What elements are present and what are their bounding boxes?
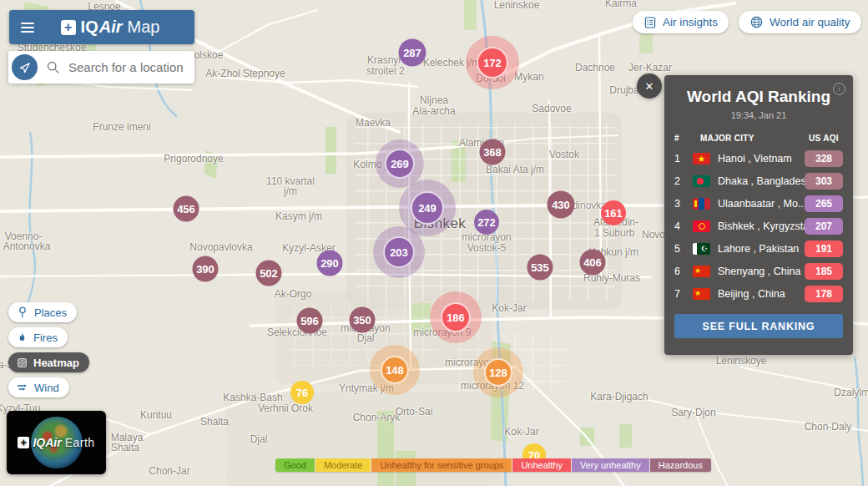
iqair-plus-icon: + — [18, 437, 29, 448]
ranking-rows: 1Hanoi , Vietnam3282Dhaka , Bangladesh30… — [674, 147, 843, 305]
aqi-marker-76[interactable]: 76 — [290, 381, 314, 404]
aqi-badge: 207 — [805, 218, 843, 235]
ranking-row-2[interactable]: 2Dhaka , Bangladesh303 — [674, 170, 843, 192]
rank-number: 3 — [674, 198, 693, 210]
aqi-marker-249[interactable]: 249 — [411, 191, 444, 225]
legend-unhealthy: Unhealthy — [512, 458, 571, 472]
top-buttons: Air insights World air quality Share — [633, 11, 868, 33]
aqi-legend: GoodModerateUnhealthy for sensitive grou… — [275, 458, 711, 472]
rank-number: 7 — [674, 288, 693, 300]
ranking-column-headers: # MAJOR CITY US AQI — [674, 134, 843, 143]
flag-kg-icon — [693, 220, 710, 232]
col-aqi: US AQI — [805, 134, 843, 143]
aqi-badge: 265 — [805, 195, 843, 212]
rank-number: 2 — [674, 175, 693, 187]
legend-good: Good — [275, 458, 315, 472]
city-name: Lahore , Pakistan — [718, 243, 805, 255]
world-air-quality-button[interactable]: World air quality — [739, 11, 861, 33]
legend-hazardous: Hazardous — [650, 458, 711, 472]
flag-cn-icon — [693, 288, 710, 300]
fires-label: Fires — [33, 332, 58, 344]
aqi-marker-161[interactable]: 161 — [601, 200, 626, 225]
search-icon — [46, 60, 60, 74]
wind-label: Wind — [34, 382, 59, 394]
see-full-ranking-button[interactable]: SEE FULL RANKING — [674, 314, 843, 338]
aqi-marker-203[interactable]: 203 — [383, 236, 415, 268]
city-name: Hanoi , Vietnam — [718, 153, 805, 165]
flag-mn-icon — [693, 198, 710, 210]
layer-buttons: Places Fires Heatmap Wind — [8, 302, 89, 397]
wind-icon — [16, 381, 29, 394]
col-rank: # — [674, 134, 693, 143]
aqi-marker-148[interactable]: 148 — [381, 356, 409, 384]
aqi-badge: 328 — [805, 150, 843, 167]
panel-title: World AQI Ranking — [674, 88, 843, 106]
aqi-badge: 191 — [805, 240, 843, 257]
aqi-marker-502[interactable]: 502 — [256, 261, 282, 286]
flag-bd-icon — [693, 175, 710, 187]
logo-text-map: Map — [128, 18, 160, 37]
rank-number: 1 — [674, 153, 693, 165]
aqi-marker-390[interactable]: 390 — [193, 256, 219, 282]
flag-pk-icon — [693, 243, 710, 255]
aqi-marker-350[interactable]: 350 — [350, 307, 376, 333]
menu-icon[interactable] — [19, 19, 36, 36]
ranking-row-4[interactable]: 4Bishkek , Kyrgyzstan207 — [674, 215, 843, 237]
aqi-marker-406[interactable]: 406 — [580, 250, 606, 276]
rank-number: 4 — [674, 220, 693, 232]
aqi-marker-272[interactable]: 272 — [474, 210, 499, 235]
iqair-map-logo[interactable]: + IQAir Map — [36, 18, 184, 37]
close-panel-button[interactable]: ✕ — [637, 73, 662, 99]
logo-text-iq: IQ — [81, 18, 98, 37]
close-icon: ✕ — [645, 80, 654, 93]
navigation-arrow-icon — [18, 61, 32, 74]
globe-icon — [749, 15, 764, 29]
ranking-row-6[interactable]: 6Shenyang , China185 — [674, 260, 843, 282]
aqi-marker-186[interactable]: 186 — [441, 302, 471, 332]
earth-brand-text: IQAir — [33, 436, 61, 449]
aqi-badge: 178 — [805, 286, 843, 302]
fires-button[interactable]: Fires — [8, 327, 68, 347]
heatmap-button[interactable]: Heatmap — [8, 352, 89, 372]
aqi-marker-287[interactable]: 287 — [399, 39, 426, 67]
city-name: Ulaanbaatar , Mo... — [718, 198, 805, 210]
aqi-marker-269[interactable]: 269 — [385, 149, 415, 179]
flame-icon — [16, 332, 28, 344]
ranking-row-1[interactable]: 1Hanoi , Vietnam328 — [674, 147, 843, 170]
air-insights-button[interactable]: Air insights — [633, 11, 729, 33]
iqair-plus-icon: + — [61, 20, 76, 35]
col-city: MAJOR CITY — [700, 134, 805, 143]
world-aqi-ranking-panel: i World AQI Ranking 19:34, Jan 21 # MAJO… — [664, 75, 853, 355]
world-air-quality-label: World air quality — [770, 16, 850, 28]
aqi-marker-456[interactable]: 456 — [174, 196, 199, 222]
legend-unhealthy-for-sensitive-groups: Unhealthy for sensitive groups — [371, 458, 512, 472]
rank-number: 5 — [674, 243, 693, 255]
ranking-row-3[interactable]: 3Ulaanbaatar , Mo...265 — [674, 192, 843, 215]
ranking-row-7[interactable]: 7Beijing , China178 — [674, 282, 843, 305]
aqi-marker-290[interactable]: 290 — [317, 251, 343, 276]
city-name: Bishkek , Kyrgyzstan — [718, 220, 805, 232]
info-icon[interactable]: i — [833, 83, 845, 95]
city-name: Shenyang , China — [718, 266, 805, 277]
aqi-marker-172[interactable]: 172 — [477, 47, 508, 78]
rank-number: 6 — [674, 266, 693, 277]
aqi-marker-128[interactable]: 128 — [484, 358, 512, 387]
places-button[interactable]: Places — [8, 302, 77, 322]
aqi-badge: 185 — [805, 263, 843, 280]
app-header: + IQAir Map — [9, 10, 194, 44]
aqi-marker-596[interactable]: 596 — [297, 308, 323, 334]
wind-button[interactable]: Wind — [8, 377, 69, 397]
aqi-marker-430[interactable]: 430 — [548, 191, 575, 219]
pin-icon — [16, 306, 29, 319]
aqi-marker-368[interactable]: 368 — [480, 139, 506, 165]
legend-moderate: Moderate — [315, 458, 371, 472]
ranking-row-5[interactable]: 5Lahore , Pakistan191 — [674, 237, 843, 260]
locate-me-button[interactable] — [12, 54, 38, 80]
iqair-earth-preview[interactable]: + IQAir Earth — [7, 411, 106, 474]
heatmap-grid-icon — [16, 357, 28, 369]
search-input[interactable] — [67, 59, 188, 75]
heatmap-label: Heatmap — [33, 357, 79, 369]
aqi-marker-535[interactable]: 535 — [527, 255, 553, 281]
city-name: Beijing , China — [718, 288, 805, 300]
places-label: Places — [34, 306, 67, 319]
